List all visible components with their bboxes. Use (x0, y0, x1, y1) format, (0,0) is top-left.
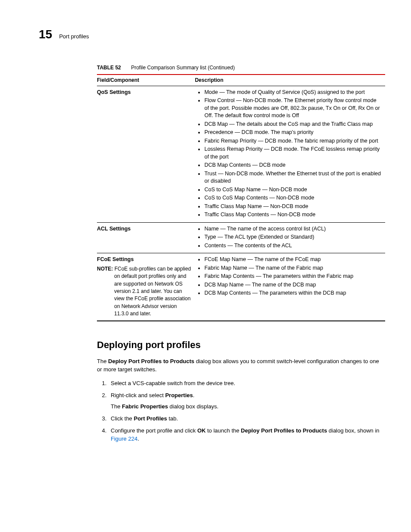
list-item: Fabric Map Name — The name of the Fabric… (204, 264, 382, 272)
chapter-number: 15 (39, 26, 52, 43)
text: The (97, 358, 108, 364)
text: to launch the (206, 427, 241, 434)
text: The (111, 403, 122, 410)
section-heading: Deploying port profiles (97, 339, 385, 352)
list-item: CoS to CoS Map Contents — Non-DCB mode (204, 194, 382, 202)
list-item: Fabric Map Contents — The parameters wit… (204, 273, 382, 280)
text: Configure the port profile and click (111, 427, 197, 434)
list-item: FCoE Map Name — The name of the FCoE map (204, 256, 382, 264)
text: Click the (111, 415, 134, 422)
step-item: Configure the port profile and click OK … (108, 427, 385, 442)
list-item: DCB Map Contents — The parameters within… (204, 289, 382, 297)
list-item: Traffic Class Map Name — Non-DCB mode (204, 203, 382, 211)
table-row: ACL Settings Name — The name of the acce… (97, 222, 385, 253)
step-item: Right-click and select Properties. The F… (108, 392, 385, 411)
steps-list: Select a VCS-capable switch from the dev… (97, 380, 385, 443)
text: dialog box, shown in (327, 427, 379, 434)
list-item: Type — The ACL type (Extended or Standar… (204, 233, 382, 241)
description-list: FCoE Map Name — The name of the FCoE map… (195, 256, 382, 297)
list-item: Traffic Class Map Contents — Non-DCB mod… (204, 211, 382, 219)
field-name: FCoE Settings (97, 256, 191, 264)
list-item: Contents — The contents of the ACL (204, 242, 382, 250)
list-item: Fabric Remap Priority — DCB mode. The fa… (204, 137, 382, 145)
step-item: Select a VCS-capable switch from the dev… (108, 380, 385, 387)
list-item: Mode — The mode of Quality of Service (Q… (204, 89, 382, 96)
table-header-field: Field/Component (97, 75, 195, 86)
profile-comparison-table: Field/Component Description QoS Settings… (97, 74, 385, 321)
page-header: 15 Port profiles (39, 26, 385, 43)
text: . (137, 436, 139, 442)
text: tab. (167, 415, 178, 422)
sub-paragraph: The Fabric Properties dialog box display… (111, 403, 385, 411)
list-item: Trust — Non-DCB mode. Whether the Ethern… (204, 170, 382, 185)
bold-text: Properties (165, 392, 193, 398)
table-header-description: Description (195, 75, 385, 86)
chapter-title: Port profiles (59, 33, 89, 40)
table-caption-text: Profile Comparison Summary list (Continu… (131, 65, 235, 71)
figure-link[interactable]: Figure 224 (111, 436, 137, 442)
bold-text: OK (197, 427, 206, 434)
note-block: NOTE: FCoE sub-profiles can be applied o… (97, 265, 191, 318)
list-item: CoS to CoS Map Name — Non-DCB mode (204, 186, 382, 194)
list-item: Flow Control — Non-DCB mode. The Etherne… (204, 97, 382, 120)
intro-paragraph: The Deploy Port Profiles to Products dia… (97, 358, 385, 373)
description-list: Mode — The mode of Quality of Service (Q… (195, 89, 382, 219)
list-item: Name — The name of the access control li… (204, 225, 382, 233)
table-row: FCoE Settings NOTE: FCoE sub-profiles ca… (97, 253, 385, 321)
table-caption-label: TABLE 52 (97, 65, 121, 71)
text: . (193, 392, 195, 398)
content-block: TABLE 52 Profile Comparison Summary list… (97, 64, 385, 443)
table-caption: TABLE 52 Profile Comparison Summary list… (97, 64, 385, 72)
bold-text: Deploy Port Profiles to Products (108, 358, 194, 364)
bold-text: Deploy Port Profiles to Products (241, 427, 327, 434)
list-item: DCB Map Contents — DCB mode (204, 162, 382, 169)
list-item: DCB Map — The details about the CoS map … (204, 121, 382, 128)
bold-text: Fabric Properties (122, 403, 168, 410)
list-item: DCB Map Name — The name of the DCB map (204, 281, 382, 289)
step-item: Click the Port Profiles tab. (108, 415, 385, 423)
field-name: ACL Settings (97, 225, 191, 233)
description-list: Name — The name of the access control li… (195, 225, 382, 250)
text: dialog box displays. (168, 403, 218, 410)
text: Right-click and select (111, 392, 165, 398)
field-name: QoS Settings (97, 89, 191, 96)
text: Select a VCS-capable switch from the dev… (111, 380, 235, 386)
note-text: FCoE sub-profiles can be applied on defa… (114, 266, 191, 317)
bold-text: Port Profiles (134, 415, 167, 422)
table-row: QoS Settings Mode — The mode of Quality … (97, 86, 385, 222)
list-item: Lossless Remap Priority — DCB mode. The … (204, 146, 382, 161)
note-label: NOTE: (97, 266, 113, 272)
list-item: Precedence — DCB mode. The map's priorit… (204, 129, 382, 137)
